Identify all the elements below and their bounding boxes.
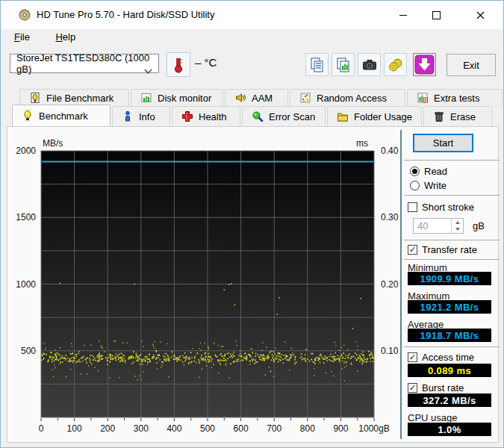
y-right-axis-unit: ms bbox=[356, 138, 368, 149]
close-button[interactable] bbox=[464, 1, 497, 29]
copy-image-icon bbox=[335, 57, 352, 73]
exit-label: Exit bbox=[463, 60, 479, 71]
arrow-up-icon bbox=[455, 221, 460, 224]
info-icon bbox=[122, 111, 134, 122]
x-tick-label: 400 bbox=[167, 423, 181, 434]
menu-bar: File Help bbox=[1, 29, 503, 47]
tab-extra-tests[interactable]: Extra tests bbox=[407, 89, 503, 106]
tab-label: AAM bbox=[252, 93, 273, 104]
thermometer-icon bbox=[172, 56, 184, 74]
tab-erase[interactable]: Erase bbox=[423, 106, 492, 126]
tab-folder-usage[interactable]: Folder Usage bbox=[327, 106, 422, 126]
update-download-button[interactable] bbox=[413, 53, 436, 76]
y-left-tick-label: 1000 bbox=[16, 279, 36, 290]
y-left-tick-label: 1500 bbox=[16, 212, 36, 223]
x-tick-label: 300 bbox=[134, 423, 149, 434]
tab-row-back: File Benchmark Disk monitor AAM bbox=[19, 89, 503, 106]
extra-tests-icon bbox=[417, 92, 429, 104]
save-button[interactable] bbox=[384, 53, 407, 76]
file-benchmark-icon bbox=[29, 92, 41, 104]
separator bbox=[404, 259, 500, 260]
tab-label: Disk monitor bbox=[158, 93, 211, 104]
maximum-value: 1921.2 MB/s bbox=[408, 300, 491, 314]
transfer-rate-checkbox[interactable]: ✓ Transfer rate bbox=[408, 244, 477, 255]
chevron-down-icon bbox=[144, 61, 152, 81]
read-label: Read bbox=[424, 166, 447, 177]
access-time-value: 0.089 ms bbox=[408, 364, 491, 377]
separator bbox=[404, 240, 500, 240]
maximize-button[interactable] bbox=[420, 1, 453, 29]
x-tick-label: 800 bbox=[300, 423, 315, 434]
capacity-value: 40 bbox=[414, 220, 451, 231]
tab-label: Error Scan bbox=[269, 111, 315, 122]
write-radio[interactable]: Write bbox=[410, 180, 447, 191]
burst-rate-label: Burst rate bbox=[422, 382, 464, 393]
x-tick-label: 1000gB bbox=[358, 423, 389, 434]
access-time-checkbox[interactable]: ✓ Access time bbox=[408, 352, 474, 363]
short-stroke-checkbox[interactable]: Short stroke bbox=[408, 202, 474, 213]
copy-image-button[interactable] bbox=[332, 53, 355, 76]
start-button[interactable]: Start bbox=[413, 134, 473, 152]
read-radio[interactable]: Read bbox=[410, 166, 447, 177]
copy-text-icon bbox=[309, 57, 326, 73]
random-access-icon bbox=[299, 92, 311, 104]
burst-rate-value: 327.2 MB/s bbox=[408, 393, 491, 407]
minimize-button[interactable] bbox=[386, 1, 420, 29]
average-value: 1918.7 MB/s bbox=[408, 329, 491, 342]
temperature-button[interactable] bbox=[167, 52, 190, 77]
tab-label: Benchmark bbox=[39, 111, 88, 122]
radio-selected-icon bbox=[410, 167, 420, 176]
minimize-icon bbox=[399, 15, 407, 16]
separator bbox=[404, 160, 500, 161]
camera-icon bbox=[361, 57, 378, 73]
speaker-icon bbox=[234, 92, 246, 104]
menu-help[interactable]: Help bbox=[49, 29, 81, 45]
tab-aam[interactable]: AAM bbox=[225, 89, 288, 106]
checkbox-checked-icon: ✓ bbox=[408, 383, 417, 393]
folder-icon bbox=[337, 111, 349, 122]
tab-file-benchmark[interactable]: File Benchmark bbox=[19, 89, 129, 106]
x-tick-label: 200 bbox=[100, 423, 115, 434]
drive-select-dropdown[interactable]: StoreJet TS1TESD380C (1000 gB) bbox=[10, 54, 159, 73]
separator bbox=[404, 195, 500, 196]
tab-benchmark[interactable]: Benchmark bbox=[12, 105, 111, 126]
maximize-icon bbox=[432, 11, 441, 19]
tab-error-scan[interactable]: Error Scan bbox=[242, 106, 326, 126]
disk-monitor-icon bbox=[140, 92, 152, 104]
panel-divider bbox=[400, 130, 402, 439]
burst-rate-checkbox[interactable]: ✓ Burst rate bbox=[408, 382, 464, 393]
capacity-unit-label: gB bbox=[473, 220, 485, 231]
spinner-up[interactable] bbox=[452, 219, 463, 226]
y-right-tick-label: 0.30 bbox=[381, 212, 399, 223]
window-title: HD Tune Pro 5.70 - Hard Disk/SSD Utility bbox=[37, 9, 214, 20]
radio-unselected-icon bbox=[410, 181, 420, 190]
menu-file[interactable]: File bbox=[8, 29, 36, 45]
coins-icon bbox=[388, 57, 404, 73]
tab-label: Random Access bbox=[317, 93, 387, 104]
tab-disk-monitor[interactable]: Disk monitor bbox=[131, 89, 223, 106]
temperature-value: – °C bbox=[195, 56, 217, 69]
health-cross-icon bbox=[181, 111, 193, 122]
tab-info[interactable]: Info bbox=[112, 106, 170, 126]
hd-tune-window: HD Tune Pro 5.70 - Hard Disk/SSD Utility… bbox=[0, 0, 504, 448]
spinner-down[interactable] bbox=[452, 226, 463, 234]
spinner-arrows[interactable] bbox=[451, 219, 463, 233]
title-bar[interactable]: HD Tune Pro 5.70 - Hard Disk/SSD Utility bbox=[1, 1, 503, 29]
x-tick-label: 100 bbox=[67, 423, 82, 434]
benchmark-chart: MB/sms2000150010005000.400.300.200.10010… bbox=[7, 127, 407, 442]
tab-random-access[interactable]: Random Access bbox=[290, 89, 405, 106]
arrow-down-icon bbox=[455, 228, 460, 231]
tab-label: File Benchmark bbox=[46, 93, 113, 104]
cpu-usage-label: CPU usage bbox=[408, 412, 457, 423]
tab-health[interactable]: Health bbox=[172, 106, 240, 126]
checkbox-checked-icon: ✓ bbox=[408, 352, 417, 362]
capacity-spinner[interactable]: 40 bbox=[413, 218, 464, 234]
cpu-usage-value: 1.0% bbox=[408, 423, 491, 436]
screenshot-button[interactable] bbox=[358, 53, 381, 76]
copy-text-button[interactable] bbox=[305, 53, 329, 76]
tab-label: Folder Usage bbox=[354, 111, 412, 122]
tab-label: Extra tests bbox=[434, 93, 479, 104]
exit-button[interactable]: Exit bbox=[447, 54, 496, 76]
x-axis-ticks bbox=[41, 418, 374, 421]
app-icon bbox=[19, 9, 31, 21]
